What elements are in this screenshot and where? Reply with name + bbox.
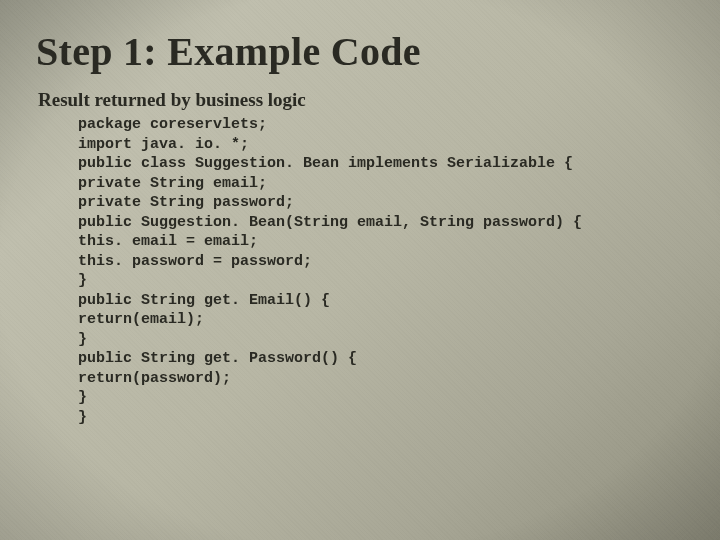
slide: Step 1: Example Code Result returned by … xyxy=(0,0,720,540)
slide-subtitle: Result returned by business logic xyxy=(38,89,684,111)
slide-title: Step 1: Example Code xyxy=(36,28,684,75)
code-block: package coreservlets; import java. io. *… xyxy=(78,115,684,427)
